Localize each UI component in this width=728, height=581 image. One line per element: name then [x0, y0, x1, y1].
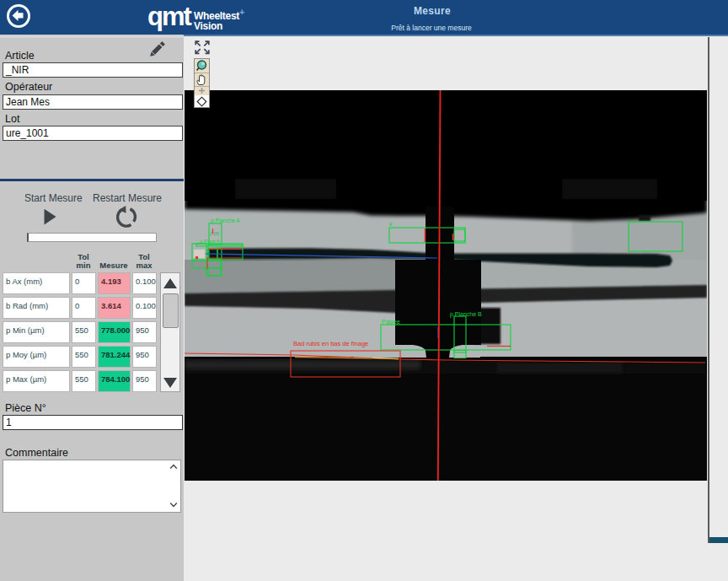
- svg-text:p Planche B: p Planche B: [450, 311, 482, 318]
- svg-text:µ Pivot A: µ Pivot A: [200, 239, 220, 244]
- svg-text:2.05: 2.05: [210, 231, 219, 236]
- svg-text:p Planche A: p Planche A: [211, 218, 240, 224]
- svg-text:Bad rubis en bas de finage: Bad rubis en bas de finage: [293, 340, 368, 347]
- svg-text:Palpee: Palpee: [382, 319, 400, 325]
- svg-text:k: k: [389, 221, 393, 227]
